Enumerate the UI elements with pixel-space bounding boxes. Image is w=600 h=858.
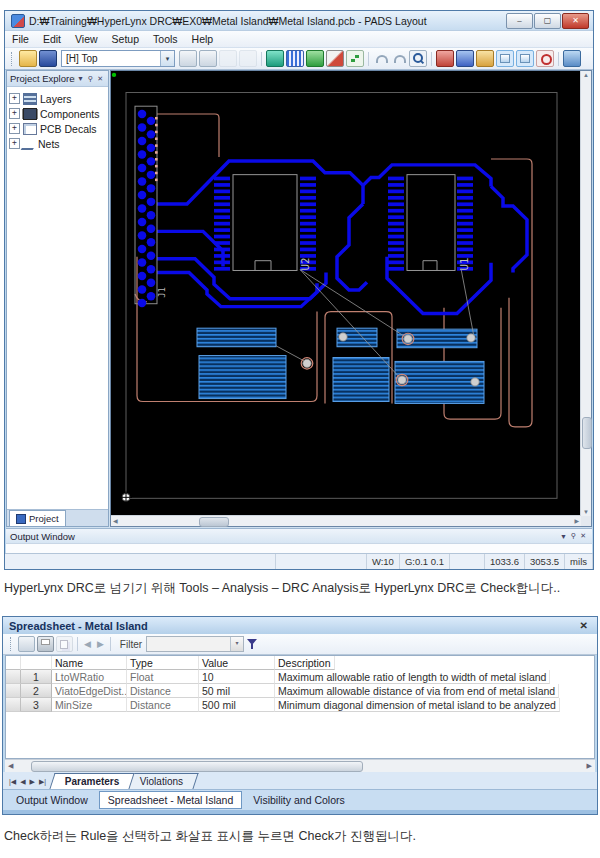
layer-selector-value: [H] Top xyxy=(62,53,160,64)
col-type[interactable]: Type xyxy=(127,656,199,670)
filter-combobox[interactable]: ▾ xyxy=(146,636,244,652)
table-hscrollbar[interactable]: ◀ ▶ xyxy=(5,759,595,772)
project-tab[interactable]: Project xyxy=(9,510,66,526)
prev-sheet-icon[interactable]: ◀ xyxy=(20,778,25,786)
hscroll-thumb[interactable] xyxy=(199,517,229,527)
menu-help[interactable]: Help xyxy=(185,33,221,45)
page: { "page": { "caption1": "HyperLynx DRC로 … xyxy=(0,0,600,858)
close-button[interactable]: ✕ xyxy=(562,13,589,29)
tab-parameters[interactable]: Parameters xyxy=(50,773,136,789)
col-description[interactable]: Description xyxy=(275,656,335,670)
layer-selector[interactable]: [H] Top ▾ xyxy=(61,50,175,67)
canvas-hscrollbar[interactable]: ◀ ▶ xyxy=(111,515,581,526)
expand-icon[interactable]: + xyxy=(9,93,20,104)
last-sheet-icon[interactable]: ▶| xyxy=(39,778,46,786)
pin-icon[interactable]: ⚲ xyxy=(569,532,578,540)
nets-icon xyxy=(21,142,38,150)
print-icon[interactable] xyxy=(37,636,54,652)
caption-check-rule: Check하려는 Rule을 선택하고 화살표 표시를 누르면 Check가 진… xyxy=(4,828,416,845)
canvas-vscrollbar[interactable]: ▲ ▼ xyxy=(580,71,591,516)
hscroll-thumb[interactable] xyxy=(31,761,363,772)
zoom-icon[interactable] xyxy=(409,50,427,67)
scroll-right-icon[interactable]: ▶ xyxy=(574,517,579,524)
app-icon xyxy=(11,14,25,28)
tab-violations[interactable]: Violations xyxy=(124,773,198,789)
check-run-icon[interactable]: ▶ xyxy=(94,639,107,649)
drc-icon[interactable] xyxy=(536,50,554,67)
error-view-icon[interactable] xyxy=(436,50,454,67)
dimensioning-icon[interactable] xyxy=(326,50,344,67)
menu-tools[interactable]: Tools xyxy=(146,33,185,45)
save-icon[interactable] xyxy=(39,50,57,67)
properties-icon[interactable] xyxy=(179,50,197,67)
table-header-row: Name Type Value Description xyxy=(6,656,594,670)
filter-funnel-icon[interactable] xyxy=(245,637,260,651)
scroll-up-icon[interactable]: ▲ xyxy=(581,72,591,78)
redo-icon[interactable] xyxy=(391,51,407,66)
options-icon[interactable] xyxy=(563,50,581,67)
refresh-icon[interactable] xyxy=(199,50,217,67)
menu-edit[interactable]: Edit xyxy=(36,33,68,45)
scroll-right-icon[interactable]: ▶ xyxy=(587,760,592,771)
panel-menu-icon[interactable]: ▼ xyxy=(75,75,86,82)
pcb-canvas[interactable]: J1 U2 U1 xyxy=(110,70,592,527)
copy-icon[interactable] xyxy=(56,636,73,652)
ecn-toolbar-icon[interactable] xyxy=(346,50,364,67)
col-value[interactable]: Value xyxy=(199,656,275,670)
net-view-icon[interactable] xyxy=(456,50,474,67)
ic-pads xyxy=(214,177,473,271)
titlebar[interactable]: D:₩Training₩HyperLynx DRC₩EX0₩Metal Isla… xyxy=(5,11,593,30)
panel-close-icon[interactable]: ✕ xyxy=(95,75,105,83)
output-window-toggle-icon[interactable] xyxy=(516,50,534,67)
tree-item-layers[interactable]: + Layers xyxy=(9,91,106,106)
output-window-title: Output Window xyxy=(10,531,558,542)
project-explorer-panel: Project Explorer ▼ ⚲ ✕ + Layers + Compon… xyxy=(6,70,109,527)
panel-close-icon[interactable]: ✕ xyxy=(578,532,588,540)
dock-tab-output-window[interactable]: Output Window xyxy=(7,791,97,809)
menu-view[interactable]: View xyxy=(68,33,105,45)
table-row[interactable]: 2 ViatoEdgeDist... Distance 50 mil Maxim… xyxy=(6,684,594,698)
tree-item-pcb-decals[interactable]: + PCB Decals xyxy=(9,121,106,136)
scroll-down-icon[interactable]: ▼ xyxy=(581,509,591,515)
expand-icon[interactable]: + xyxy=(9,108,20,119)
board-view-icon[interactable] xyxy=(306,50,324,67)
next-sheet-icon[interactable]: ▶ xyxy=(30,778,35,786)
col-name[interactable]: Name xyxy=(52,656,127,670)
row-number[interactable]: 2 xyxy=(21,684,52,698)
maximize-button[interactable]: ▢ xyxy=(534,13,561,29)
minimize-button[interactable]: – xyxy=(506,13,533,29)
menu-setup[interactable]: Setup xyxy=(105,33,146,45)
refdes-u1: U1 xyxy=(458,258,471,271)
expand-icon[interactable]: + xyxy=(9,138,20,149)
check-back-icon[interactable]: ◀ xyxy=(81,639,94,649)
undo-icon[interactable] xyxy=(373,51,389,66)
open-file-icon[interactable] xyxy=(19,50,37,67)
route-icon[interactable] xyxy=(219,50,237,67)
project-explorer-toggle-icon[interactable] xyxy=(496,50,514,67)
connector-pads xyxy=(138,110,158,307)
pin-icon[interactable]: ⚲ xyxy=(86,75,95,83)
spreadsheet-titlebar[interactable]: Spreadsheet - Metal Island ✕ xyxy=(3,617,597,634)
autoroute-icon[interactable] xyxy=(239,50,257,67)
menu-file[interactable]: File xyxy=(5,33,36,45)
design-toolbar-icon[interactable] xyxy=(266,50,284,67)
close-icon[interactable]: ✕ xyxy=(577,620,591,631)
panel-menu-icon[interactable]: ▼ xyxy=(558,533,569,540)
scroll-left-icon[interactable]: ◀ xyxy=(8,760,13,771)
table-row[interactable]: 3 MinSize Distance 500 mil Minimum diago… xyxy=(6,698,594,712)
row-number[interactable]: 1 xyxy=(21,670,52,684)
table-row[interactable]: 1 LtoWRatio Float 10 Maximum allowable r… xyxy=(6,670,594,684)
vscroll-thumb[interactable] xyxy=(582,417,592,449)
scroll-left-icon[interactable]: ◀ xyxy=(113,517,118,524)
sheet-properties-icon[interactable] xyxy=(18,636,35,652)
main-toolbar: [H] Top ▾ xyxy=(5,47,593,70)
dock-tab-visibility-colors[interactable]: Visibility and Colors xyxy=(244,791,353,809)
tree-item-components[interactable]: + Components xyxy=(9,106,106,121)
expand-icon[interactable]: + xyxy=(9,123,20,134)
drafting-toolbar-icon[interactable] xyxy=(286,50,304,67)
row-number[interactable]: 3 xyxy=(21,698,52,712)
first-sheet-icon[interactable]: |◀ xyxy=(9,778,16,786)
redraw-icon[interactable] xyxy=(476,50,494,67)
tree-item-nets[interactable]: + Nets xyxy=(9,136,106,151)
dock-tab-spreadsheet[interactable]: Spreadsheet - Metal Island xyxy=(99,791,243,809)
